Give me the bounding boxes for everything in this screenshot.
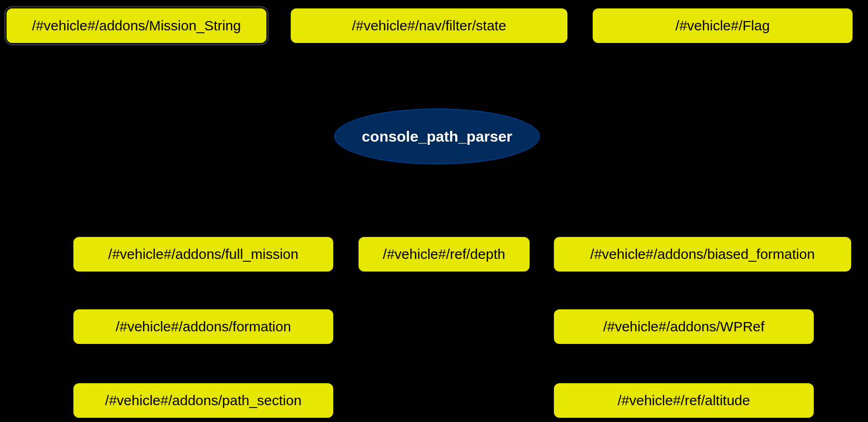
node-label: /#vehicle#/addons/WPRef <box>603 319 764 335</box>
svg-line-2 <box>495 44 705 118</box>
node-flag: /#vehicle#/Flag <box>592 7 854 44</box>
node-label: /#vehicle#/addons/Mission_String <box>32 18 241 34</box>
node-ref-depth: /#vehicle#/ref/depth <box>358 236 531 272</box>
svg-line-4 <box>435 165 437 236</box>
node-label: /#vehicle#/nav/filter/state <box>352 18 506 34</box>
node-full-mission: /#vehicle#/addons/full_mission <box>72 236 334 272</box>
edge-layer <box>0 0 868 422</box>
center-node: console_path_parser <box>334 108 540 165</box>
node-formation: /#vehicle#/addons/formation <box>72 308 334 345</box>
node-label: /#vehicle#/ref/depth <box>383 246 505 262</box>
node-label: /#vehicle#/ref/altitude <box>617 393 750 408</box>
node-ref-altitude: /#vehicle#/ref/altitude <box>553 382 815 419</box>
node-path-section: /#vehicle#/addons/path_section <box>72 382 334 419</box>
svg-line-5 <box>477 159 654 236</box>
node-biased-formation: /#vehicle#/addons/biased_formation <box>553 236 852 272</box>
svg-line-1 <box>428 44 435 108</box>
svg-line-3 <box>210 159 397 236</box>
node-label: /#vehicle#/addons/path_section <box>105 393 301 408</box>
node-label: /#vehicle#/Flag <box>675 18 770 34</box>
node-label: /#vehicle#/addons/biased_formation <box>590 246 815 262</box>
node-mission-string: /#vehicle#/addons/Mission_String <box>6 7 267 44</box>
node-wpref: /#vehicle#/addons/WPRef <box>553 308 815 345</box>
svg-line-0 <box>132 44 376 118</box>
node-nav-filter-state: /#vehicle#/nav/filter/state <box>290 7 568 44</box>
node-label: /#vehicle#/addons/full_mission <box>108 246 299 262</box>
center-label: console_path_parser <box>362 128 512 145</box>
node-label: /#vehicle#/addons/formation <box>115 319 291 335</box>
